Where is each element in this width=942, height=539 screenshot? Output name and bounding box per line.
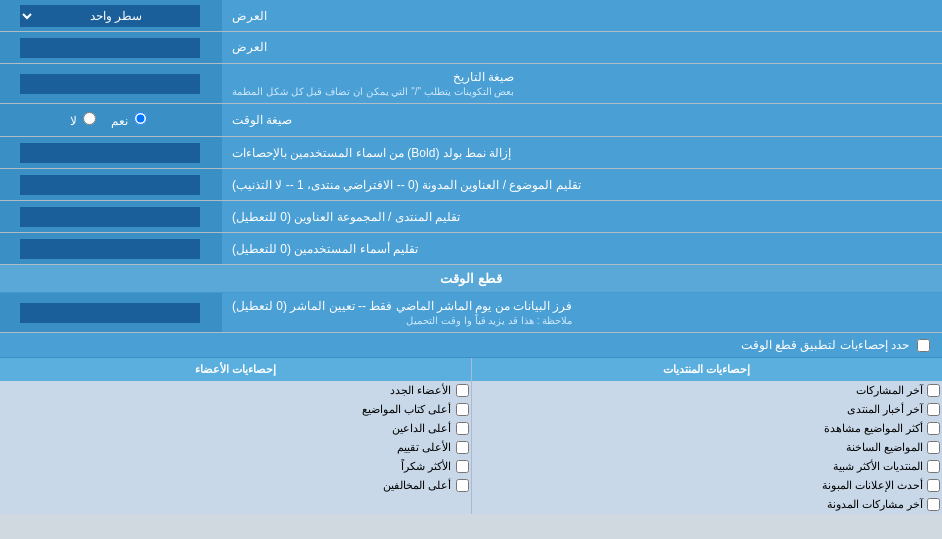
col-forums-header: إحصاءيات المنتديات: [472, 358, 943, 381]
row-display-mode: العرض سطر واحد سطران ثلاثة أسطر: [0, 0, 942, 32]
input-order-topics[interactable]: [0, 137, 220, 168]
chk-item-forum-news: آخر أخبار المنتدى: [472, 400, 943, 419]
input-order-forums[interactable]: 33: [0, 169, 220, 200]
trim-usernames-field[interactable]: 33: [20, 207, 200, 227]
label-time-format: صيغة التاريخ بعض التكوينات يتطلب "/" الت…: [220, 64, 942, 103]
order-forums-field[interactable]: 33: [20, 175, 200, 195]
chk-top-writers[interactable]: [456, 403, 469, 416]
chk-most-viewed[interactable]: [927, 422, 940, 435]
label-cell-spacing: تقليم أسماء المستخدمين (0 للتعطيل): [220, 233, 942, 264]
chk-most-thanks[interactable]: [456, 460, 469, 473]
input-time-format[interactable]: d-m: [0, 64, 220, 103]
chk-item-blog-posts: آخر مشاركات المدونة: [472, 495, 943, 514]
chk-top-rated[interactable]: [456, 441, 469, 454]
chk-item-announcements: أحدث الإعلانات المبونة: [472, 476, 943, 495]
label-order-forums: تقليم الموضوع / العناوين المدونة (0 -- ا…: [220, 169, 942, 200]
chk-last-posts[interactable]: [927, 384, 940, 397]
order-topics-field[interactable]: [20, 143, 200, 163]
label-display-mode: العرض: [220, 0, 942, 31]
chk-new-members[interactable]: [456, 384, 469, 397]
radio-bold-no[interactable]: [83, 112, 96, 125]
input-date-format[interactable]: سطر واحد: [0, 32, 220, 63]
chk-item-most-thanks: الأكثر شكراً: [0, 457, 471, 476]
col-members: إحصاءيات الأعضاء الأعضاء الجدد أعلى كتاب…: [0, 358, 471, 514]
label-order-topics: إزالة نمط بولد (Bold) من اسماء المستخدمي…: [220, 137, 942, 168]
date-format-field[interactable]: سطر واحد: [20, 38, 200, 58]
radio-no-label: لا: [70, 112, 99, 128]
row-fetch-days: فرز البيانات من يوم الماشر الماضي فقط --…: [0, 293, 942, 333]
apply-label-row: حدد إحصاءيات لتطبيق قطع الوقت: [0, 333, 942, 358]
row-order-forums: تقليم الموضوع / العناوين المدونة (0 -- ا…: [0, 169, 942, 201]
section-realtime-header: قطع الوقت: [0, 265, 942, 293]
chk-item-most-viewed: أكثر المواضيع مشاهدة: [472, 419, 943, 438]
row-time-format: صيغة التاريخ بعض التكوينات يتطلب "/" الت…: [0, 64, 942, 104]
label-trim-usernames: تقليم المنتدى / المجموعة العناوين (0 للت…: [220, 201, 942, 232]
chk-forum-news[interactable]: [927, 403, 940, 416]
row-remove-bold: صيغة الوقت نعم لا: [0, 104, 942, 137]
col-members-header: إحصاءيات الأعضاء: [0, 358, 471, 381]
select-display-mode[interactable]: سطر واحد سطران ثلاثة أسطر: [20, 5, 200, 27]
col-forums: إحصاءيات المنتديات آخر المشاركات آخر أخب…: [471, 358, 943, 514]
label-remove-bold: صيغة الوقت: [220, 104, 942, 136]
fetch-days-field[interactable]: 0: [20, 303, 200, 323]
radio-yes-label: نعم: [111, 112, 150, 128]
chk-blog-posts[interactable]: [927, 498, 940, 511]
row-date-format: العرض سطر واحد: [0, 32, 942, 64]
input-fetch-days[interactable]: 0: [0, 293, 220, 332]
chk-item-new-members: الأعضاء الجدد: [0, 381, 471, 400]
radio-group-bold: نعم لا: [60, 108, 161, 132]
chk-hot-topics[interactable]: [927, 441, 940, 454]
chk-item-top-rated: الأعلى تقييم: [0, 438, 471, 457]
chk-item-last-posts: آخر المشاركات: [472, 381, 943, 400]
chk-similar-forums[interactable]: [927, 460, 940, 473]
chk-top-inviters[interactable]: [456, 422, 469, 435]
chk-item-top-inviters: أعلى الداعين: [0, 419, 471, 438]
row-trim-usernames: تقليم المنتدى / المجموعة العناوين (0 للت…: [0, 201, 942, 233]
apply-checkbox-main[interactable]: [917, 339, 930, 352]
input-cell-spacing[interactable]: 0: [0, 233, 220, 264]
row-cell-spacing: تقليم أسماء المستخدمين (0 للتعطيل) 0: [0, 233, 942, 265]
chk-item-hot-topics: المواضيع الساخنة: [472, 438, 943, 457]
radio-bold-yes[interactable]: [134, 112, 147, 125]
label-date-format: العرض: [220, 32, 942, 63]
chk-item-similar-forums: المنتديات الأكثر شبية: [472, 457, 943, 476]
chk-item-top-violators: أعلى المخالفين: [0, 476, 471, 495]
row-order-topics: إزالة نمط بولد (Bold) من اسماء المستخدمي…: [0, 137, 942, 169]
time-format-field[interactable]: d-m: [20, 74, 200, 94]
input-display-mode[interactable]: سطر واحد سطران ثلاثة أسطر: [0, 0, 220, 31]
chk-announcements[interactable]: [927, 479, 940, 492]
chk-item-top-writers: أعلى كتاب المواضيع: [0, 400, 471, 419]
chk-top-violators[interactable]: [456, 479, 469, 492]
main-container: العرض سطر واحد سطران ثلاثة أسطر العرض سط…: [0, 0, 942, 514]
input-trim-usernames[interactable]: 33: [0, 201, 220, 232]
label-fetch-days: فرز البيانات من يوم الماشر الماضي فقط --…: [220, 293, 942, 332]
checkboxes-area: إحصاءيات المنتديات آخر المشاركات آخر أخب…: [0, 358, 942, 514]
cell-spacing-field[interactable]: 0: [20, 239, 200, 259]
input-remove-bold[interactable]: نعم لا: [0, 104, 220, 136]
